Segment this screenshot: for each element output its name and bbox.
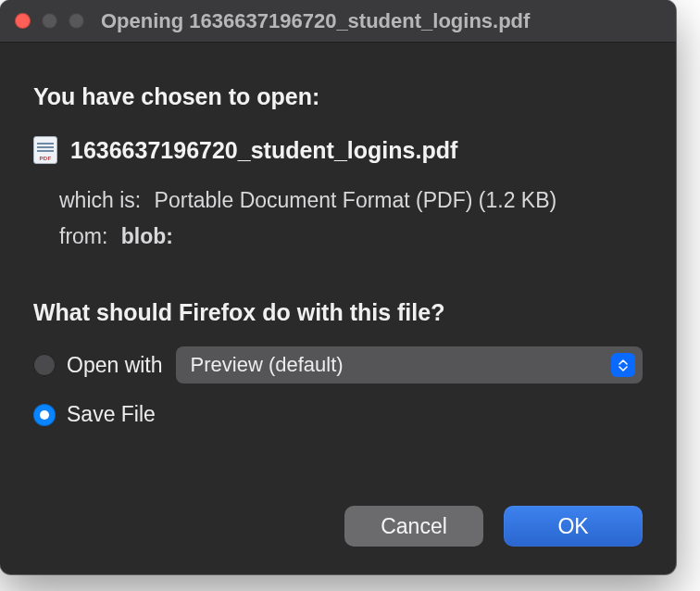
close-icon[interactable] — [15, 13, 31, 29]
open-with-selected-app: Preview (default) — [191, 353, 611, 377]
from-value: blob: — [121, 224, 173, 248]
option-open-with[interactable]: Open with Preview (default) — [33, 346, 643, 384]
radio-save-file[interactable] — [33, 404, 56, 426]
radio-open-with[interactable] — [33, 354, 56, 376]
which-is-label: which is: — [59, 188, 141, 212]
window-title: Opening 1636637196720_student_logins.pdf — [84, 9, 661, 33]
file-row: 1636637196720_student_logins.pdf — [33, 136, 643, 164]
dialog-buttons: Cancel OK — [344, 506, 643, 547]
download-dialog: Opening 1636637196720_student_logins.pdf… — [0, 0, 676, 574]
option-save-file[interactable]: Save File — [33, 402, 643, 427]
ok-button[interactable]: OK — [504, 506, 643, 547]
cancel-button-label: Cancel — [381, 514, 447, 539]
titlebar: Opening 1636637196720_student_logins.pdf — [0, 0, 676, 43]
file-meta: which is: Portable Document Format (PDF)… — [33, 182, 643, 255]
from-label: from: — [59, 224, 107, 248]
pdf-file-icon — [33, 136, 57, 164]
chevron-up-down-icon — [611, 353, 635, 377]
minimize-icon — [42, 13, 57, 29]
zoom-icon — [69, 13, 84, 29]
open-with-label: Open with — [67, 353, 163, 378]
ok-button-label: OK — [557, 514, 588, 539]
cancel-button[interactable]: Cancel — [344, 506, 483, 547]
which-is-value: Portable Document Format (PDF) (1.2 KB) — [155, 188, 557, 212]
dialog-body: You have chosen to open: 1636637196720_s… — [0, 43, 676, 427]
action-prompt: What should Firefox do with this file? — [33, 299, 643, 326]
which-is-row: which is: Portable Document Format (PDF)… — [59, 182, 643, 219]
from-row: from: blob: — [59, 219, 643, 255]
chosen-heading: You have chosen to open: — [33, 83, 643, 110]
window-controls — [15, 13, 84, 29]
save-file-label: Save File — [67, 402, 156, 427]
open-with-select[interactable]: Preview (default) — [176, 346, 643, 384]
file-name: 1636637196720_student_logins.pdf — [70, 137, 457, 164]
